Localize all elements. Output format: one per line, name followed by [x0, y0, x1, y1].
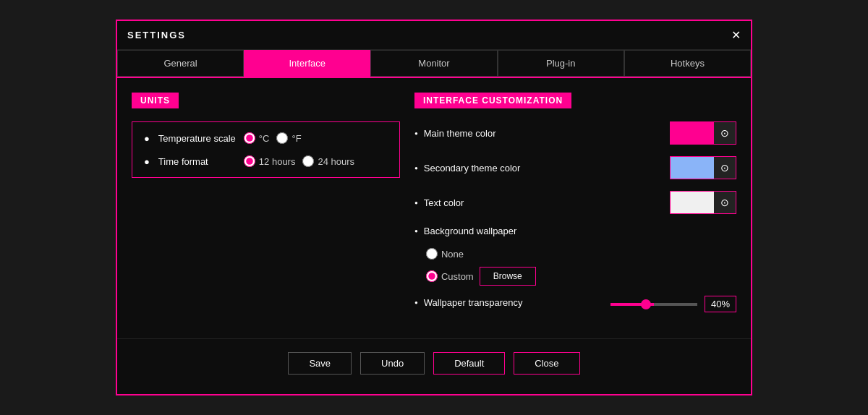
temp-celsius-label: °C	[259, 133, 270, 144]
tab-plugin[interactable]: Plug-in	[498, 50, 624, 77]
save-button[interactable]: Save	[288, 352, 352, 375]
secondary-theme-row: ● Secondary theme color ⊙	[414, 156, 736, 179]
text-color-btn[interactable]: ⊙	[714, 192, 736, 213]
close-window-button[interactable]: ✕	[731, 28, 741, 42]
secondary-theme-picker[interactable]: ⊙	[670, 156, 736, 179]
customization-header: INTERFACE CUSTOMIZATION	[414, 93, 571, 108]
wallpaper-custom-option[interactable]: Custom	[426, 270, 474, 282]
wallpaper-custom-label: Custom	[441, 271, 474, 282]
text-color-label: Text color	[424, 197, 464, 208]
main-content: UNITS ● Temperature scale °C °F	[117, 78, 751, 338]
time-radio-group: 12 hours 24 hours	[244, 155, 354, 167]
temp-fahrenheit-radio[interactable]	[276, 132, 288, 144]
tab-interface[interactable]: Interface	[244, 50, 370, 77]
footer: Save Undo Default Close	[117, 338, 751, 388]
main-theme-bullet: ●	[414, 130, 418, 137]
tab-bar: General Interface Monitor Plug-in Hotkey…	[117, 50, 751, 78]
wallpaper-none-option[interactable]: None	[426, 248, 464, 260]
temperature-radio-group: °C °F	[244, 132, 302, 144]
temp-fahrenheit-option[interactable]: °F	[276, 132, 301, 144]
secondary-theme-swatch	[671, 157, 714, 179]
main-theme-row: ● Main theme color ⊙	[414, 121, 736, 145]
transparency-slider[interactable]	[610, 303, 697, 306]
tab-hotkeys[interactable]: Hotkeys	[624, 50, 751, 77]
window-title: SETTINGS	[127, 30, 186, 40]
tab-monitor[interactable]: Monitor	[370, 50, 497, 77]
time-12h-option[interactable]: 12 hours	[244, 155, 296, 167]
text-color-label-wrap: ● Text color	[414, 197, 464, 208]
wallpaper-options: None Custom Browse	[414, 248, 736, 286]
tab-general[interactable]: General	[117, 50, 244, 77]
time-24h-label: 24 hours	[318, 156, 354, 167]
temp-celsius-option[interactable]: °C	[244, 132, 270, 144]
transparency-control: 40%	[610, 296, 736, 312]
transparency-label: Wallpaper transparency	[424, 297, 523, 308]
temp-fahrenheit-label: °F	[292, 133, 301, 144]
secondary-theme-bullet: ●	[414, 165, 418, 171]
main-theme-swatch	[671, 122, 714, 144]
time-format-label: Time format	[158, 156, 238, 167]
transparency-row: ● Wallpaper transparency 40%	[414, 293, 736, 312]
time-12h-label: 12 hours	[259, 156, 296, 167]
bg-bullet: ●	[414, 228, 418, 234]
transparency-value: 40%	[705, 296, 736, 312]
browse-button[interactable]: Browse	[480, 267, 536, 286]
temp-bullet: ●	[144, 133, 150, 144]
undo-button[interactable]: Undo	[360, 352, 425, 375]
main-theme-picker[interactable]: ⊙	[670, 121, 736, 145]
secondary-theme-label: Secondary theme color	[424, 163, 521, 174]
title-bar: SETTINGS ✕	[117, 21, 751, 50]
customization-panel: INTERFACE CUSTOMIZATION ● Main theme col…	[414, 93, 736, 324]
secondary-theme-color-btn[interactable]: ⊙	[714, 157, 736, 179]
wallpaper-none-label: None	[441, 249, 464, 260]
wallpaper-custom-radio[interactable]	[426, 270, 438, 282]
main-theme-label-wrap: ● Main theme color	[414, 128, 496, 139]
settings-window: SETTINGS ✕ General Interface Monitor Plu…	[116, 20, 752, 395]
time-format-row: ● Time format 12 hours 24 hours	[144, 155, 388, 167]
temperature-row: ● Temperature scale °C °F	[144, 132, 388, 144]
transparency-label-wrap: ● Wallpaper transparency	[414, 297, 523, 308]
time-24h-radio[interactable]	[302, 155, 314, 167]
default-button[interactable]: Default	[433, 352, 505, 375]
time-12h-radio[interactable]	[244, 155, 255, 167]
background-wallpaper-row: ● Background wallpaper	[414, 226, 736, 236]
close-button[interactable]: Close	[514, 352, 579, 375]
transparency-slider-wrap	[610, 303, 697, 306]
main-theme-label: Main theme color	[424, 128, 496, 139]
time-24h-option[interactable]: 24 hours	[302, 155, 354, 167]
text-color-swatch	[671, 192, 714, 213]
units-box: ● Temperature scale °C °F	[132, 121, 400, 178]
wallpaper-custom-row: Custom Browse	[426, 267, 736, 286]
bg-label: Background wallpaper	[424, 226, 517, 236]
transparency-bullet: ●	[414, 299, 418, 306]
wallpaper-none-radio[interactable]	[426, 248, 438, 260]
temperature-label: Temperature scale	[158, 133, 238, 144]
wallpaper-none-row: None	[426, 248, 736, 260]
secondary-theme-label-wrap: ● Secondary theme color	[414, 163, 521, 174]
main-theme-color-btn[interactable]: ⊙	[714, 122, 736, 144]
text-color-row: ● Text color ⊙	[414, 191, 736, 214]
units-panel: UNITS ● Temperature scale °C °F	[132, 93, 400, 324]
units-header: UNITS	[132, 93, 179, 108]
time-bullet: ●	[144, 156, 150, 167]
text-color-bullet: ●	[414, 200, 418, 206]
temp-celsius-radio[interactable]	[244, 132, 255, 144]
bg-label-wrap: ● Background wallpaper	[414, 226, 516, 236]
text-color-picker[interactable]: ⊙	[670, 191, 736, 214]
